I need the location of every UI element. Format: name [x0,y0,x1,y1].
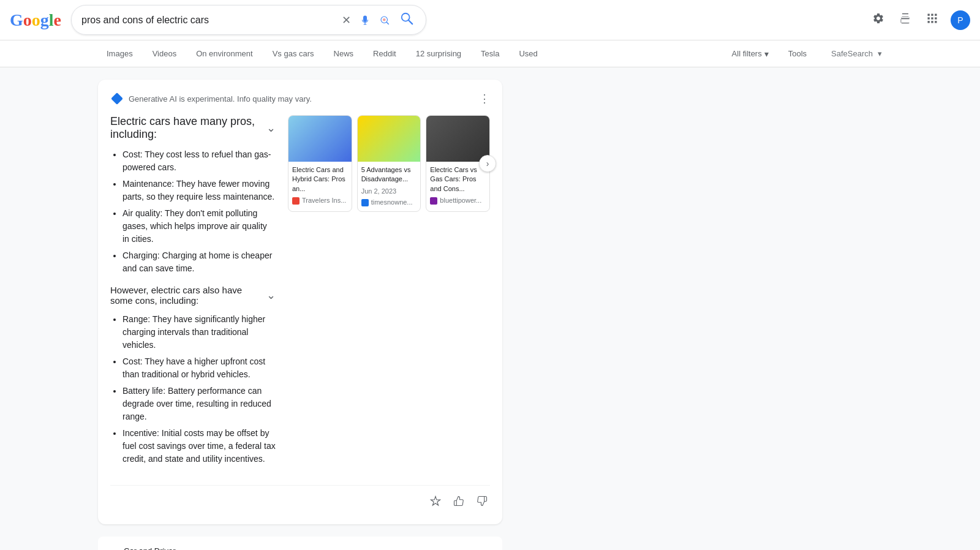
nav-tabs: Images Videos On environment Vs gas cars… [0,40,980,67]
search-result-card: Car and Driver https://www.caranddriver.… [98,537,502,550]
tools-button[interactable]: Tools [781,44,814,63]
card-source-2: timesnowne... [361,198,417,207]
tab-on-environment[interactable]: On environment [187,43,262,64]
svg-rect-7 [928,14,930,16]
avatar[interactable]: P [951,10,970,30]
nav-right: All filters ▾ Tools SafeSearch ▾ [725,44,882,64]
svg-rect-12 [935,17,937,19]
tab-videos[interactable]: Videos [144,43,186,64]
ai-text: Electric cars have many pros, including:… [110,115,276,475]
header-right: P [870,10,970,30]
card-title-3: Electric Cars vs Gas Cars: Pros and Cons… [430,165,486,194]
svg-rect-11 [931,17,933,19]
tab-vs-gas-cars[interactable]: Vs gas cars [264,43,323,64]
tab-12-surprising[interactable]: 12 surprising [407,43,470,64]
search-button[interactable] [398,10,416,29]
ai-thumbsdown-button[interactable] [474,493,490,512]
ai-more-button[interactable]: ⋮ [479,92,490,105]
svg-line-6 [409,20,412,24]
google-logo[interactable]: Google [10,10,61,30]
svg-rect-10 [928,17,930,19]
pros-expand-icon[interactable]: ⌄ [266,121,276,135]
list-item: Battery life: Battery performance can de… [123,385,276,423]
list-item: Air quality: They don't emit polluting g… [123,207,276,246]
image-placeholder-1 [288,116,352,162]
tab-reddit[interactable]: Reddit [364,43,405,64]
result-source: Car and Driver https://www.caranddriver.… [108,546,492,550]
list-item: Range: They have significantly higher ch… [123,313,276,352]
list-item: Incentive: Initial costs may be offset b… [123,427,276,465]
list-item: Maintenance: They have fewer moving part… [123,178,276,203]
tab-tesla[interactable]: Tesla [472,43,508,64]
image-placeholder-3 [426,116,490,162]
ai-answer-box: Generative AI is experimental. Info qual… [98,80,502,524]
svg-rect-14 [931,21,933,23]
list-item: Cost: They have a higher upfront cost th… [123,355,276,381]
ai-cons-title: However, electric cars also have some co… [110,285,276,306]
svg-rect-8 [931,14,933,16]
ai-thumbsup-button[interactable] [451,493,467,512]
card-title-1: Electric Cars and Hybrid Cars: Pros an..… [292,165,348,194]
search-bar: ✕ [71,5,426,35]
cons-expand-icon[interactable]: ⌄ [266,288,276,302]
result-site-name: Car and Driver [124,546,255,550]
list-item: Cost: They cost less to refuel than gas-… [123,148,276,174]
source-favicon-3 [430,197,437,205]
search-input[interactable] [81,15,341,26]
image-carousel: Electric Cars and Hybrid Cars: Pros an..… [288,115,490,212]
tab-used[interactable]: Used [510,43,546,64]
list-item: Charging: Charging at home is cheaper an… [123,249,276,275]
card-source-3: bluettipower... [430,196,486,205]
image-card-2[interactable]: 5 Advantages vs Disadvantage... Jun 2, 2… [357,115,421,212]
ai-diamond-icon [110,92,124,105]
main-content: Generative AI is experimental. Info qual… [0,67,980,550]
svg-rect-15 [935,21,937,23]
source-favicon-1 [292,197,300,205]
ai-header: Generative AI is experimental. Info qual… [110,92,490,105]
image-cards-row: Electric Cars and Hybrid Cars: Pros an..… [288,115,490,212]
svg-rect-13 [928,21,930,23]
voice-search-button[interactable] [358,13,372,27]
safesearch-link[interactable]: SafeSearch [831,49,873,58]
ai-content: Electric cars have many pros, including:… [110,115,490,475]
image-search-button[interactable] [378,13,391,27]
image-placeholder-2 [358,116,421,162]
svg-line-3 [386,22,389,24]
safesearch-arrow: ▾ [878,49,882,58]
settings-button[interactable] [870,10,887,30]
labs-button[interactable] [897,10,914,30]
ai-footer [110,485,490,512]
tab-news[interactable]: News [325,43,363,64]
ai-cons-list: Range: They have significantly higher ch… [110,313,276,465]
tab-images[interactable]: Images [98,43,141,64]
apps-button[interactable] [924,10,941,30]
card-title-2: 5 Advantages vs Disadvantage... [361,165,417,184]
left-column: Generative AI is experimental. Info qual… [98,80,502,550]
all-filters-button[interactable]: All filters ▾ [725,44,776,64]
carousel-next-button[interactable]: › [479,155,496,172]
ai-disclaimer: Generative AI is experimental. Info qual… [129,94,312,104]
ai-note-button[interactable] [428,493,443,512]
image-card-1[interactable]: Electric Cars and Hybrid Cars: Pros an..… [288,115,352,212]
clear-button[interactable]: ✕ [341,12,352,28]
ai-pros-title: Electric cars have many pros, including:… [110,115,276,141]
card-source-1: Travelers Ins... [292,196,348,205]
svg-point-4 [383,18,386,21]
svg-rect-9 [935,14,937,16]
header: Google ✕ [0,0,980,40]
ai-images-panel: Electric Cars and Hybrid Cars: Pros an..… [288,115,490,475]
source-favicon-2 [361,199,369,206]
ai-pros-list: Cost: They cost less to refuel than gas-… [110,148,276,275]
svg-rect-16 [111,92,123,105]
card-date-2: Jun 2, 2023 [361,187,417,196]
